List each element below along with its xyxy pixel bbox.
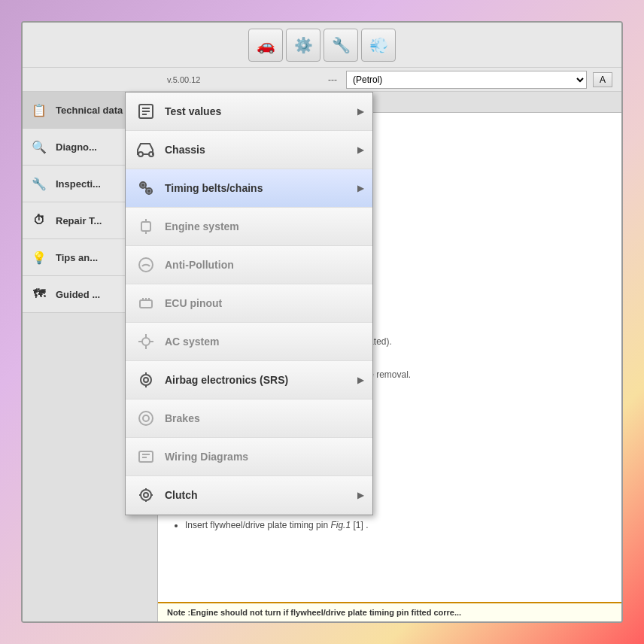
wiring-icon	[135, 445, 157, 468]
tools-button[interactable]: 🔧	[324, 29, 358, 62]
menu-item-label: Engine system	[165, 220, 239, 232]
menu-item-clutch[interactable]: Clutch	[126, 476, 372, 515]
svg-point-34	[144, 493, 148, 497]
anti-pollution-icon	[135, 254, 157, 276]
airbag-icon	[135, 369, 157, 391]
svg-rect-15	[140, 300, 152, 308]
svg-point-25	[144, 378, 148, 382]
note-bar: Note :Engine should not turn if flywheel…	[158, 602, 621, 621]
svg-point-19	[142, 338, 150, 345]
technical-data-icon: 📋	[29, 99, 50, 120]
menu-item-anti-pollution[interactable]: Anti-Pollution	[126, 246, 372, 284]
sidebar-item-label: Repair T...	[56, 215, 102, 226]
menu-item-chassis[interactable]: Chassis	[126, 131, 372, 169]
sidebar-item-label: Tips an...	[56, 252, 98, 263]
menu-item-ecu-pinout[interactable]: ECU pinout	[126, 284, 372, 323]
test-values-icon	[135, 100, 157, 123]
menu-item-test-values[interactable]: Test values	[126, 93, 372, 131]
sidebar-item-label: Diagno...	[56, 141, 97, 153]
guided-icon: 🗺	[29, 284, 50, 305]
menu-item-label: Wiring Diagrams	[165, 451, 248, 463]
sidebar-item-label: Technical data	[56, 105, 123, 116]
timing-belts-icon	[135, 177, 157, 199]
menu-item-label: Brakes	[165, 412, 200, 424]
menu-item-engine-system[interactable]: Engine system	[126, 208, 372, 246]
ecu-pinout-icon	[135, 292, 157, 314]
menu-item-label: Chassis	[165, 144, 205, 156]
version-row: v.5.00.12 --- (Petrol) A	[23, 68, 621, 92]
menu-item-ac-system[interactable]: AC system	[126, 323, 372, 361]
menu-item-label: Anti-Pollution	[165, 259, 234, 271]
ac-system-icon	[135, 330, 157, 353]
svg-point-33	[141, 490, 151, 500]
svg-point-10	[148, 190, 150, 193]
app-window: 🚗 ⚙️ 🔧 💨 v.5.00.12 --- (Petrol) A 📋 T	[21, 21, 623, 623]
sidebar-item-label: Guided ...	[56, 289, 100, 300]
toolbar: 🚗 ⚙️ 🔧 💨	[23, 23, 621, 68]
tips-icon: 💡	[29, 247, 50, 268]
engine-system-icon	[135, 215, 157, 238]
menu-item-label: Clutch	[165, 489, 198, 501]
menu-item-label: Timing belts/chains	[165, 182, 263, 194]
svg-point-4	[138, 152, 143, 156]
menu-item-brakes[interactable]: Brakes	[126, 399, 372, 438]
svg-point-28	[139, 412, 153, 425]
menu-item-label: ECU pinout	[165, 297, 222, 309]
main-layout: 📋 Technical data ▶ 🔍 Diagno... 🔧 Inspect…	[23, 92, 621, 621]
engine-button[interactable]: ⚙️	[286, 29, 320, 62]
inspection-icon: 🔧	[29, 173, 50, 194]
chassis-icon	[135, 138, 157, 161]
car-button[interactable]: 🚗	[248, 29, 283, 62]
dropdown-prefix: ---	[328, 74, 337, 85]
menu-item-timing-belts[interactable]: Timing belts/chains	[126, 169, 372, 208]
sidebar-item-label: Inspecti...	[56, 178, 101, 190]
menu-item-wiring[interactable]: Wiring Diagrams	[126, 438, 372, 476]
dropdown-menu: Test values Chassis	[125, 92, 373, 515]
list-item: Insert flywheel/drive plate timing pin F…	[185, 517, 609, 533]
clutch-icon	[135, 484, 157, 506]
menu-item-label: Test values	[165, 105, 221, 117]
svg-line-8	[145, 187, 147, 189]
diagnostics-icon: 🔍	[29, 136, 50, 157]
petrol-dropdown[interactable]: (Petrol)	[346, 71, 587, 89]
svg-point-29	[143, 415, 149, 421]
apply-button[interactable]: A	[593, 72, 612, 87]
svg-point-24	[141, 375, 151, 385]
repair-times-icon: ⏱	[29, 210, 50, 231]
menu-item-airbag[interactable]: Airbag electronics (SRS)	[126, 361, 372, 399]
menu-item-label: AC system	[165, 336, 219, 348]
svg-rect-11	[141, 222, 150, 231]
brakes-icon	[135, 407, 157, 430]
exhaust-button[interactable]: 💨	[361, 29, 396, 62]
version-label: v.5.00.12	[32, 75, 200, 84]
svg-point-9	[142, 184, 144, 187]
menu-item-label: Airbag electronics (SRS)	[165, 374, 288, 386]
